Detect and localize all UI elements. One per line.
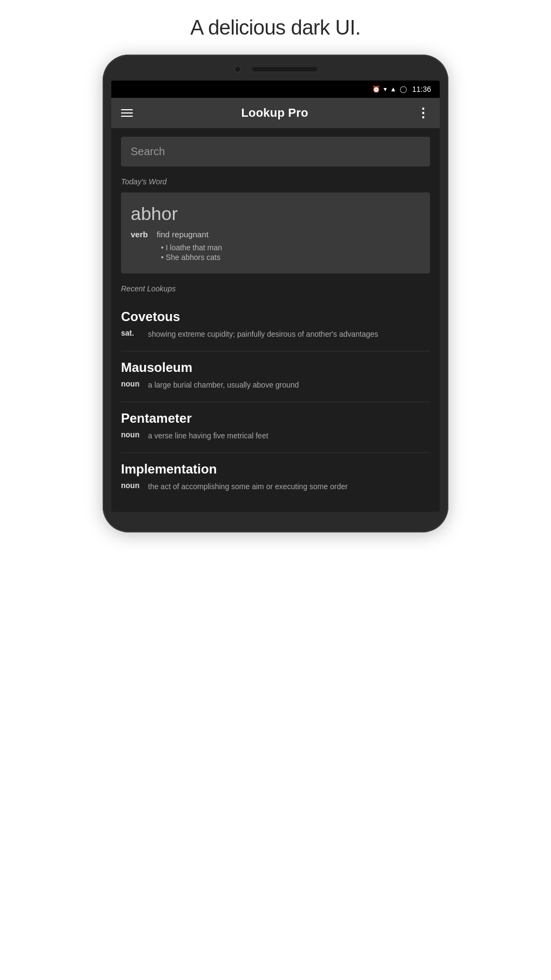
recent-pos: sat. (121, 329, 143, 337)
word-example-1: • I loathe that man (161, 243, 420, 252)
recent-lookup-item[interactable]: Covetous sat. showing extreme cupidity; … (121, 301, 430, 351)
hamburger-line-1 (121, 109, 133, 110)
recent-def-row: noun a verse line having five metrical f… (121, 430, 430, 442)
app-bar: Lookup Pro ⋮ (111, 98, 440, 128)
app-title: Lookup Pro (241, 106, 308, 120)
recent-word: Covetous (121, 309, 430, 324)
recent-pos: noun (121, 430, 143, 439)
phone-screen: ⏰ ▾ ▲ ◯ 11:36 Lookup Pro ⋮ Search (111, 81, 440, 512)
search-placeholder-text: Search (131, 145, 165, 157)
recent-word: Mausoleum (121, 360, 430, 375)
battery-icon: ◯ (400, 85, 407, 93)
more-options-icon[interactable]: ⋮ (416, 105, 430, 121)
hamburger-line-2 (121, 112, 133, 114)
todays-word-label: Today's Word (121, 177, 430, 186)
phone-camera (234, 65, 241, 73)
phone-mockup: ⏰ ▾ ▲ ◯ 11:36 Lookup Pro ⋮ Search (103, 55, 448, 532)
todays-word-def: find repugnant (157, 230, 209, 239)
recent-lookup-item[interactable]: Implementation noun the act of accomplis… (121, 453, 430, 503)
recent-lookup-item[interactable]: Mausoleum noun a large burial chamber, u… (121, 351, 430, 402)
recent-pos: noun (121, 379, 143, 388)
recent-def: the act of accomplishing some aim or exe… (148, 481, 348, 492)
main-content: Search Today's Word abhor verb find repu… (111, 128, 440, 512)
signal-icon: ▲ (390, 85, 397, 93)
recent-def-row: sat. showing extreme cupidity; painfully… (121, 329, 430, 340)
todays-word-pos: verb (131, 230, 150, 239)
recent-pos: noun (121, 481, 143, 490)
todays-word-definition-row: verb find repugnant (131, 230, 420, 239)
alarm-icon: ⏰ (372, 85, 380, 93)
todays-word-examples: • I loathe that man • She abhors cats (131, 243, 420, 262)
recent-word: Implementation (121, 462, 430, 477)
word-example-2: • She abhors cats (161, 253, 420, 262)
phone-top-bar (111, 65, 440, 73)
phone-speaker (252, 67, 317, 71)
recent-lookups-list: Covetous sat. showing extreme cupidity; … (121, 301, 430, 503)
recent-def: showing extreme cupidity; painfully desi… (148, 329, 378, 340)
page-headline: A delicious dark UI. (190, 16, 360, 39)
todays-word-title: abhor (131, 203, 420, 224)
recent-lookups-label: Recent Lookups (121, 284, 430, 293)
hamburger-menu-icon[interactable] (121, 109, 133, 117)
recent-lookup-item[interactable]: Pentameter noun a verse line having five… (121, 402, 430, 453)
recent-def: a large burial chamber, usually above gr… (148, 379, 299, 391)
recent-word: Pentameter (121, 411, 430, 426)
todays-word-card[interactable]: abhor verb find repugnant • I loathe tha… (121, 192, 430, 274)
status-bar: ⏰ ▾ ▲ ◯ 11:36 (111, 81, 440, 98)
search-bar[interactable]: Search (121, 137, 430, 166)
recent-def: a verse line having five metrical feet (148, 430, 268, 442)
recent-def-row: noun the act of accomplishing some aim o… (121, 481, 430, 492)
wifi-icon: ▾ (384, 85, 387, 93)
status-icons: ⏰ ▾ ▲ ◯ 11:36 (372, 85, 431, 94)
recent-def-row: noun a large burial chamber, usually abo… (121, 379, 430, 391)
phone-bottom-bezel (111, 512, 440, 522)
status-time: 11:36 (412, 85, 431, 94)
hamburger-line-3 (121, 116, 133, 117)
